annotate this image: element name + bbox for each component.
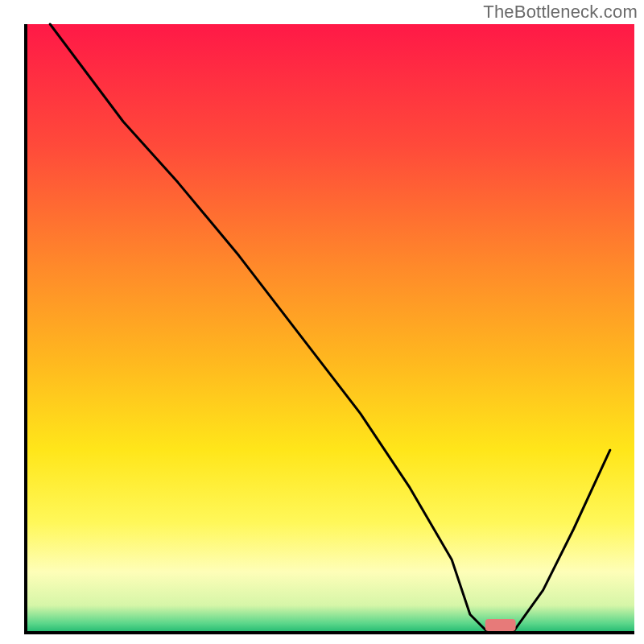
plot-area bbox=[26, 24, 634, 633]
watermark-text: TheBottleneck.com bbox=[483, 2, 638, 23]
optimal-marker bbox=[485, 619, 516, 631]
chart-container: TheBottleneck.com bbox=[0, 0, 644, 644]
bottleneck-chart bbox=[0, 0, 644, 644]
svg-rect-0 bbox=[26, 24, 634, 633]
